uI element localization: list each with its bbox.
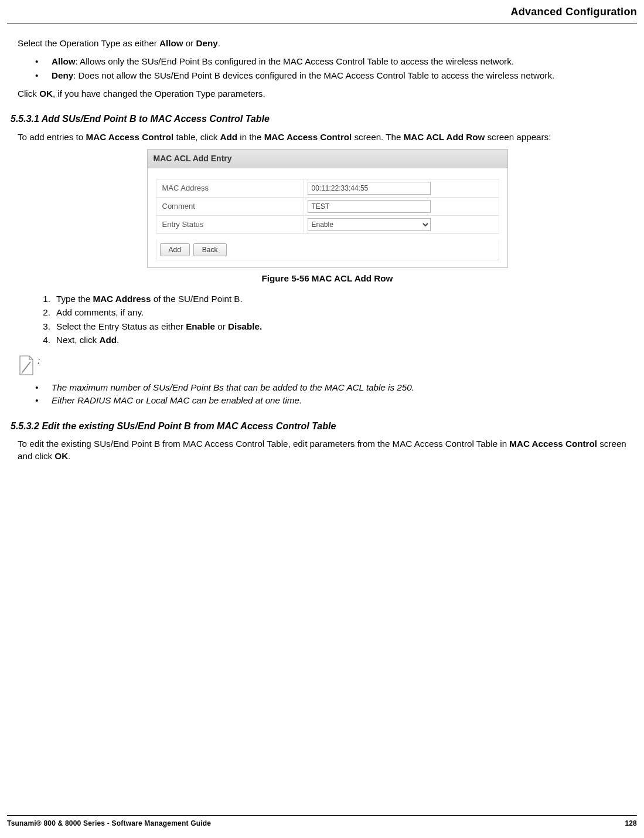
text: Add comments, if any. bbox=[56, 307, 144, 317]
entry-status-select[interactable]: Enable bbox=[308, 218, 431, 231]
text-bold: Allow bbox=[52, 56, 76, 66]
text-bold: Deny bbox=[52, 70, 73, 80]
list-number: 3. bbox=[35, 321, 56, 333]
page-content: Select the Operation Type as either Allo… bbox=[0, 23, 644, 462]
list-item: 2. Add comments, if any. bbox=[35, 307, 644, 319]
dialog-row-status: Entry Status Enable bbox=[156, 216, 499, 234]
text: table, click bbox=[173, 132, 220, 142]
section-heading-edit: 5.5.3.2 Edit the existing SUs/End Point … bbox=[11, 420, 644, 433]
dialog-title: MAC ACL Add Entry bbox=[148, 150, 507, 168]
text: : Does not allow the SUs/End Point B dev… bbox=[73, 70, 554, 80]
text: screen appears: bbox=[485, 132, 551, 142]
list-number: 4. bbox=[35, 334, 56, 347]
text: Either RADIUS MAC or Local MAC can be en… bbox=[52, 395, 644, 407]
text-bold: OK bbox=[54, 451, 68, 461]
paragraph-click-ok: Click OK, if you have changed the Operat… bbox=[18, 88, 644, 100]
ordered-list-steps: 1. Type the MAC Address of the SU/End Po… bbox=[35, 293, 644, 347]
figure-caption: Figure 5-56 MAC ACL Add Row bbox=[11, 273, 644, 285]
list-item: 3. Select the Entry Status as either Ena… bbox=[35, 321, 644, 333]
text-bold: MAC ACL Add Row bbox=[404, 132, 485, 142]
list-number: 2. bbox=[35, 307, 56, 319]
text: To add entries to bbox=[18, 132, 86, 142]
dialog-row-mac: MAC Address bbox=[156, 179, 499, 198]
bullet-marker: • bbox=[35, 70, 52, 82]
text-bold: MAC Access Control bbox=[509, 439, 597, 449]
text-bold: Add bbox=[220, 132, 238, 142]
mac-acl-add-entry-dialog: MAC ACL Add Entry MAC Address Comment En… bbox=[147, 149, 508, 268]
note-block: : bbox=[18, 355, 644, 376]
text: screen. The bbox=[352, 132, 403, 142]
comment-input[interactable] bbox=[308, 200, 431, 213]
text-bold: Allow bbox=[159, 38, 183, 48]
text-bold: OK bbox=[39, 89, 53, 99]
add-button[interactable]: Add bbox=[160, 243, 190, 256]
text: or bbox=[183, 38, 196, 48]
text-bold: Add bbox=[99, 335, 117, 345]
text: or bbox=[215, 321, 228, 331]
text: . bbox=[218, 38, 220, 48]
text: Select the Entry Status as either bbox=[56, 321, 186, 331]
text-bold: Deny bbox=[196, 38, 217, 48]
page-footer: Tsunami® 800 & 8000 Series - Software Ma… bbox=[0, 815, 644, 827]
bullet-item: • The maximum number of SUs/End Point Bs… bbox=[35, 382, 644, 394]
footer-rule bbox=[7, 815, 637, 816]
dialog-button-row: Add Back bbox=[156, 240, 499, 260]
note-colon: : bbox=[38, 355, 40, 367]
footer-page-number: 128 bbox=[625, 819, 637, 827]
dialog-row-comment: Comment bbox=[156, 198, 499, 216]
figure-dialog-wrap: MAC ACL Add Entry MAC Address Comment En… bbox=[11, 149, 644, 268]
page-header-title: Advanced Configuration bbox=[0, 6, 644, 23]
text: Next, click bbox=[56, 335, 99, 345]
note-icon bbox=[18, 355, 34, 376]
text-bold: MAC Access Control bbox=[264, 132, 352, 142]
text-bold: MAC Access Control bbox=[86, 132, 174, 142]
bullet-list-allow-deny: • Allow: Allows only the SUs/End Point B… bbox=[35, 56, 644, 82]
bullet-marker: • bbox=[35, 395, 52, 407]
bullet-item: • Either RADIUS MAC or Local MAC can be … bbox=[35, 395, 644, 407]
back-button[interactable]: Back bbox=[193, 243, 227, 256]
list-item: 4. Next, click Add. bbox=[35, 334, 644, 347]
mac-address-label: MAC Address bbox=[156, 179, 304, 198]
section-heading-add: 5.5.3.1 Add SUs/End Point B to MAC Acces… bbox=[11, 113, 644, 125]
text-bold: Disable. bbox=[228, 321, 262, 331]
text: Select the Operation Type as either bbox=[18, 38, 159, 48]
paragraph-operation-type: Select the Operation Type as either Allo… bbox=[18, 38, 644, 50]
footer-guide-title: Tsunami® 800 & 8000 Series - Software Ma… bbox=[7, 819, 211, 827]
bullet-item: • Deny: Does not allow the SUs/End Point… bbox=[35, 70, 644, 82]
text: , if you have changed the Operation Type… bbox=[53, 89, 265, 99]
text: of the SU/End Point B. bbox=[151, 294, 243, 304]
entry-status-label: Entry Status bbox=[156, 216, 304, 234]
note-bullet-list: • The maximum number of SUs/End Point Bs… bbox=[35, 382, 644, 407]
paragraph-add-entries: To add entries to MAC Access Control tab… bbox=[18, 131, 644, 144]
text: To edit the existing SUs/End Point B fro… bbox=[18, 439, 509, 449]
text: . bbox=[68, 451, 70, 461]
text-bold: Enable bbox=[186, 321, 215, 331]
text: Type the bbox=[56, 294, 93, 304]
text: . bbox=[117, 335, 119, 345]
text-bold: MAC Address bbox=[93, 294, 151, 304]
list-item: 1. Type the MAC Address of the SU/End Po… bbox=[35, 293, 644, 306]
list-number: 1. bbox=[35, 293, 56, 306]
text: in the bbox=[237, 132, 264, 142]
comment-label: Comment bbox=[156, 198, 304, 216]
bullet-marker: • bbox=[35, 56, 52, 68]
bullet-item: • Allow: Allows only the SUs/End Point B… bbox=[35, 56, 644, 68]
text: : Allows only the SUs/End Point Bs confi… bbox=[76, 56, 514, 66]
dialog-body: MAC Address Comment Entry Status Enable bbox=[148, 168, 507, 267]
text: Click bbox=[18, 89, 39, 99]
mac-address-input[interactable] bbox=[308, 182, 431, 195]
bullet-marker: • bbox=[35, 382, 52, 394]
paragraph-edit: To edit the existing SUs/End Point B fro… bbox=[18, 438, 644, 462]
text: The maximum number of SUs/End Point Bs t… bbox=[52, 382, 644, 394]
